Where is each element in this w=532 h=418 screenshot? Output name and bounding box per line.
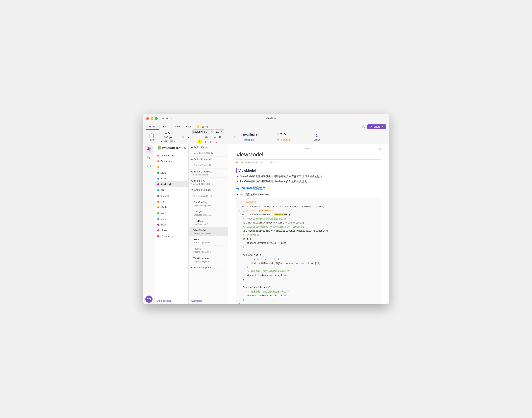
section-label: Linux [161, 229, 167, 232]
page-item-workmanager[interactable]: WorkManager WorkManager Wo... [189, 255, 228, 264]
notebook-icon[interactable]: 📚 [145, 145, 153, 153]
page-item-lifecycle[interactable]: Lifecycle Lifecycle UI及业... [189, 209, 228, 218]
page-item-android-ipc[interactable]: Android IPC Android IPC IPC即In... [189, 178, 228, 187]
page-item-android-context[interactable]: Context Context额... [189, 162, 228, 169]
sidebar-item-document[interactable]: Document [155, 158, 188, 164]
sidebar-item-kotlin[interactable]: Kotlin [155, 176, 188, 181]
sort-button[interactable]: ⇅ [184, 146, 186, 150]
subscript-button[interactable]: X2 [204, 135, 209, 139]
strikethrough-button[interactable]: S [198, 135, 203, 139]
todo-item-todo[interactable]: ☑ To Do [275, 132, 303, 137]
notebook-chevron-icon: ▾ [179, 147, 181, 149]
bold-button[interactable]: B [180, 135, 185, 139]
page-item-title: ViewModel [193, 229, 226, 232]
search-icon[interactable]: 🔍 [362, 125, 365, 129]
section-label: Kotlin [161, 177, 167, 180]
copy-format-button[interactable]: 🖌 Copy Format [161, 139, 175, 142]
page-item-preview: Lifecycle UI及业... [193, 213, 226, 216]
page-item-android-graphics[interactable]: Android Graphics No additional text [189, 169, 228, 178]
clear-format-button[interactable]: ✦ [232, 135, 237, 139]
sidebar-item-ide[interactable]: IDE [155, 164, 188, 170]
page-item-databinding[interactable]: DataBinding Data Binding Data... [189, 199, 228, 209]
page-item-room[interactable]: Room Room https://deve... [189, 236, 228, 245]
align-left-button[interactable]: ≡ [209, 140, 213, 144]
code-addlist-end: } [243, 278, 379, 282]
sidebar-item-java[interactable]: Java [155, 170, 188, 176]
list-number-button[interactable]: ≡ [218, 135, 222, 139]
close-button[interactable] [146, 117, 149, 120]
tab-tell-me[interactable]: 💡 Tell me [193, 124, 211, 130]
user-avatar[interactable]: YG [145, 296, 153, 303]
code-student-live2: studentLiveData.value = list [247, 294, 379, 298]
page-group-jetpack[interactable]: ▼ Android Jetpack [189, 187, 228, 193]
sidebar-item-vcs[interactable]: VCS [155, 216, 188, 222]
page-item-jetpack[interactable]: 简介 Jetpack是一系... [189, 193, 228, 199]
page-item-deeplink[interactable]: Android DeepLink [189, 264, 228, 271]
section-dot [157, 189, 159, 191]
page-item-title: LiveData [193, 220, 226, 223]
font-family-select[interactable]: Microsoft Y... [192, 129, 214, 134]
italic-button[interactable]: I [186, 135, 191, 139]
sidebar-item-math[interactable]: Math [155, 204, 188, 210]
sidebar-item-web[interactable]: Web [155, 210, 188, 216]
paste-button[interactable]: 📋 Paste [147, 133, 156, 141]
copy-button[interactable]: ⎘ Copy [164, 136, 172, 139]
page-item-livedata[interactable]: LiveData LiveData LiveD... [189, 218, 228, 227]
undo-button[interactable]: ↩ [161, 116, 165, 121]
indent-increase-button[interactable]: → [223, 135, 227, 139]
maximize-button[interactable] [155, 117, 158, 120]
cut-button[interactable]: ✂ Cut [165, 132, 171, 135]
more-button[interactable]: ··· [169, 116, 173, 121]
list-bullet-button[interactable]: ☰ [213, 135, 217, 139]
sidebar-item-android[interactable]: Android [155, 181, 188, 187]
sidebar-item-raspberrypi[interactable]: RaspberryPi [155, 233, 188, 239]
heading2-style[interactable]: Heading 2 [241, 138, 267, 142]
page-item-title: Room [193, 238, 226, 241]
tab-draw[interactable]: Draw [171, 124, 182, 130]
heading1-style[interactable]: Heading 1 [241, 132, 267, 137]
styles-chevron-icon[interactable]: › [268, 135, 270, 139]
search-nav-button[interactable]: 🔍 [145, 154, 153, 161]
minimize-button[interactable] [151, 117, 153, 120]
todo-section: ☑ To Do ★ Important › [274, 131, 308, 143]
underline-button[interactable]: U [192, 135, 197, 139]
todo-item-important[interactable]: ★ Important [275, 137, 303, 142]
page-item-title: Android IPC [191, 179, 226, 182]
page-item-android-view[interactable]: Android 控件架构 An... [189, 150, 228, 157]
section-dot [157, 230, 159, 232]
format-painter-icon: 🖌 [161, 140, 163, 142]
add-section-button[interactable]: Add section [155, 297, 188, 304]
add-page-button[interactable]: Add page [189, 297, 228, 304]
collapse-bar[interactable] [305, 148, 309, 149]
section-label: SQLite [161, 194, 169, 197]
section-dot [157, 201, 159, 203]
sidebar-item-cpp[interactable]: C++ [155, 187, 188, 193]
dictate-button[interactable]: 🎙 Dictate [311, 133, 323, 141]
font-size-select[interactable]: 11 [215, 129, 224, 134]
notebook-title[interactable]: 📗 My NoteBook ▾ [157, 146, 181, 150]
sidebar-item-quicknotes[interactable]: Quick Notes [155, 153, 188, 158]
sidebar-item-mac[interactable]: Mac [155, 222, 188, 227]
page-item-paging[interactable]: Paging Paging App从数... [189, 245, 228, 255]
page-item-viewmodel[interactable]: ViewModel ViewModel ViewM... [189, 227, 228, 236]
sidebar-item-linux[interactable]: Linux [155, 227, 188, 233]
tab-view[interactable]: View [182, 124, 193, 130]
page-group-android-context[interactable]: ▶ Android Context [189, 157, 228, 162]
page-item-title: Lifecycle [193, 210, 226, 213]
section-label: VCS [161, 217, 166, 220]
page-group-android-view[interactable]: ▶ Android View [189, 145, 228, 150]
expand-icon[interactable]: ⇄ [379, 148, 381, 151]
todo-chevron-icon[interactable]: › [304, 135, 306, 139]
sidebar-item-cs[interactable]: CS [155, 199, 188, 204]
section-label: Android [161, 183, 171, 186]
share-button[interactable]: ↗ Share ▾ [367, 124, 386, 129]
title-bar: ↩ ↪ ··· OneNote [143, 114, 389, 123]
star-icon: ★ [277, 138, 279, 141]
sidebar-item-sqlite[interactable]: SQLite [155, 193, 188, 199]
history-nav-button[interactable]: 🕐 [145, 163, 153, 170]
redo-button[interactable]: ↪ [165, 116, 169, 121]
tab-home[interactable]: Home [146, 124, 159, 130]
content-area[interactable]: ⇄ ViewModel Friday, November 2, 2018 7:0… [228, 144, 389, 304]
indent-decrease-button[interactable]: ← [227, 135, 232, 139]
tab-insert[interactable]: Insert [159, 124, 171, 130]
